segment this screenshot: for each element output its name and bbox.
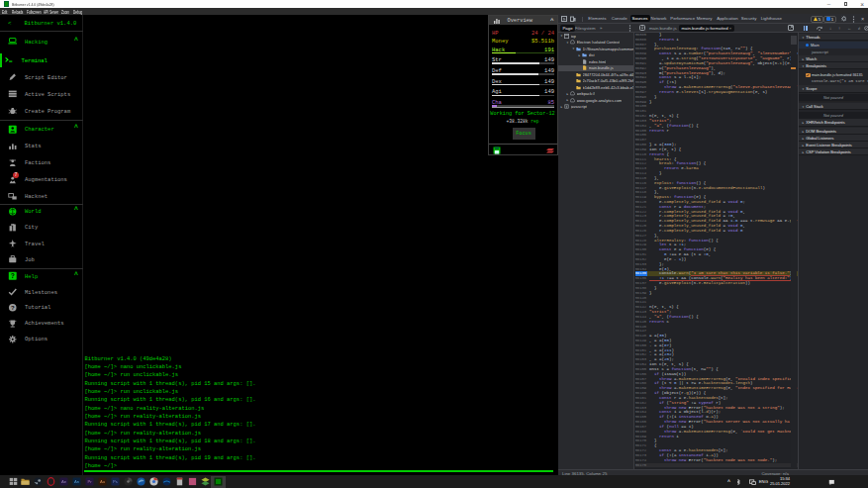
svg-text:Ps: Ps [113,479,118,484]
svg-text:An: An [74,479,80,484]
svg-text:Pr: Pr [87,479,92,484]
svg-text:?: ? [10,305,14,311]
svg-text:?: ? [10,272,14,279]
svg-text:Au: Au [100,479,106,484]
svg-text:Ae: Ae [61,479,67,484]
